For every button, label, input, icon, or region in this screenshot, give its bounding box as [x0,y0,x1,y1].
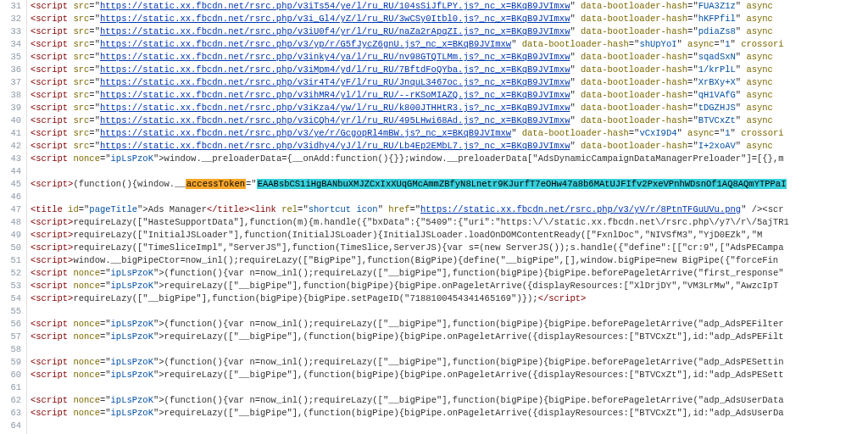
code-line[interactable]: <script nonce="ipLsPzoK">requireLazy(["_… [31,369,868,381]
code-line[interactable]: <script>requireLazy(["InitialJSLoader"],… [31,229,868,242]
line-number: 33 [0,25,21,38]
code-line[interactable]: <script nonce="ipLsPzoK">(function(){var… [31,356,868,369]
code-line[interactable]: <script src="https://static.xx.fbcdn.net… [31,64,868,76]
code-line[interactable]: <script nonce="ipLsPzoK">(function(){var… [31,394,868,407]
script-url[interactable]: https://static.xx.fbcdn.net/rsrc.php/v3i… [100,1,570,11]
line-number: 47 [0,203,21,216]
line-number: 64 [0,420,21,432]
script-url[interactable]: https://static.xx.fbcdn.net/rsrc.php/v3i… [100,64,570,75]
line-number: 43 [0,153,21,165]
code-line[interactable]: <script src="https://static.xx.fbcdn.net… [31,13,868,25]
line-number: 40 [0,114,21,127]
line-number: 61 [0,381,21,394]
code-line[interactable]: <script>window.__bigPipeCtor=now_inl();r… [31,254,868,267]
code-area[interactable]: <script src="https://static.xx.fbcdn.net… [27,0,868,434]
script-url[interactable]: https://static.xx.fbcdn.net/rsrc.php/v3i… [100,52,570,62]
favicon-url[interactable]: https://static.xx.fbcdn.net/rsrc.php/v3/… [420,204,741,214]
line-number: 42 [0,140,21,153]
highlight-access-token-value: EAABsbCS1iHgBANbuXMJZCxIxXUqGMcAmmZBfyN8… [257,179,787,189]
code-line[interactable]: <script nonce="ipLsPzoK">window.__preloa… [31,153,868,165]
code-line[interactable]: <script nonce="ipLsPzoK">(function(){var… [31,318,868,331]
line-number: 39 [0,102,21,114]
line-number: 41 [0,127,21,140]
code-line[interactable] [31,305,868,318]
code-line[interactable]: <script nonce="ipLsPzoK">(function(){var… [31,267,868,280]
code-line[interactable]: <script src="https://static.xx.fbcdn.net… [31,127,868,140]
code-line[interactable]: <script src="https://static.xx.fbcdn.net… [31,140,868,153]
line-number-gutter: 3132333435363738394041424344454647484950… [0,0,27,434]
code-line[interactable]: <script>requireLazy(["TimeSliceImpl","Se… [31,242,868,254]
code-line[interactable]: <title id="pageTitle">Ads Manager</title… [31,203,868,216]
script-url[interactable]: https://static.xx.fbcdn.net/rsrc.php/v3i… [100,77,570,87]
code-line[interactable] [31,191,868,203]
code-line[interactable] [31,420,868,432]
code-line[interactable]: <script>requireLazy(["HasteSupportData"]… [31,216,868,229]
code-line[interactable]: <script src="https://static.xx.fbcdn.net… [31,89,868,102]
code-line[interactable] [31,343,868,356]
line-number: 34 [0,38,21,51]
code-line[interactable]: <script>requireLazy(["__bigPipe"],functi… [31,292,868,305]
line-number: 36 [0,64,21,76]
line-number: 49 [0,229,21,242]
line-number: 53 [0,280,21,292]
code-line[interactable]: <script src="https://static.xx.fbcdn.net… [31,51,868,64]
code-line[interactable]: <script src="https://static.xx.fbcdn.net… [31,38,868,51]
code-line[interactable]: <script>(function(){window.__accessToken… [31,178,868,191]
script-url[interactable]: https://static.xx.fbcdn.net/rsrc.php/v3i… [100,14,570,24]
line-number: 31 [0,0,21,13]
highlight-access-token-key: accessToken [186,179,246,189]
code-line[interactable]: <script nonce="ipLsPzoK">requireLazy(["_… [31,331,868,343]
script-url[interactable]: https://static.xx.fbcdn.net/rsrc.php/v3i… [100,141,570,151]
line-number: 63 [0,407,21,420]
line-number: 32 [0,13,21,25]
line-number: 45 [0,178,21,191]
script-url[interactable]: https://static.xx.fbcdn.net/rsrc.php/v3i… [100,115,570,125]
line-number: 59 [0,356,21,369]
line-number: 54 [0,292,21,305]
code-line[interactable]: <script nonce="ipLsPzoK">requireLazy(["_… [31,407,868,420]
page-title-text: Ads Manager [148,204,207,214]
line-number: 57 [0,331,21,343]
script-url[interactable]: https://static.xx.fbcdn.net/rsrc.php/v3i… [100,103,570,113]
line-number: 50 [0,242,21,254]
code-line[interactable]: <script src="https://static.xx.fbcdn.net… [31,76,868,89]
code-line[interactable] [31,381,868,394]
line-number: 35 [0,51,21,64]
script-url[interactable]: https://static.xx.fbcdn.net/rsrc.php/v3/… [100,39,511,49]
line-number: 62 [0,394,21,407]
line-number: 52 [0,267,21,280]
line-number: 51 [0,254,21,267]
line-number: 37 [0,76,21,89]
line-number: 56 [0,318,21,331]
script-url[interactable]: https://static.xx.fbcdn.net/rsrc.php/v3i… [100,26,570,36]
code-line[interactable]: <script nonce="ipLsPzoK">requireLazy(["_… [31,280,868,292]
script-url[interactable]: https://static.xx.fbcdn.net/rsrc.php/v3i… [100,90,570,100]
script-url[interactable]: https://static.xx.fbcdn.net/rsrc.php/v3/… [100,128,511,138]
line-number: 44 [0,165,21,178]
line-number: 38 [0,89,21,102]
line-number: 46 [0,191,21,203]
line-number: 58 [0,343,21,356]
code-line[interactable]: <script src="https://static.xx.fbcdn.net… [31,114,868,127]
code-line[interactable]: <script src="https://static.xx.fbcdn.net… [31,25,868,38]
line-number: 48 [0,216,21,229]
line-number: 55 [0,305,21,318]
code-line[interactable]: <script src="https://static.xx.fbcdn.net… [31,0,868,13]
code-line[interactable]: <script src="https://static.xx.fbcdn.net… [31,102,868,114]
line-number: 60 [0,369,21,381]
code-line[interactable] [31,165,868,178]
